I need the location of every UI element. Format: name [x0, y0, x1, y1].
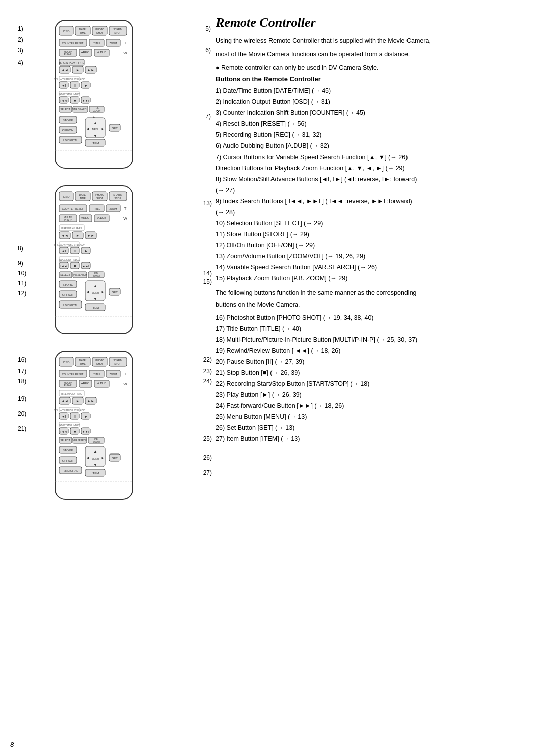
button-item-10: (→ 27): [216, 185, 532, 195]
button-item-16: 13) Zoom/Volume Button [ZOOM/VOL] (→ 19,…: [216, 251, 532, 261]
svg-text:■: ■: [74, 99, 76, 102]
svg-text:►►I: ►►I: [82, 99, 89, 102]
svg-text:■: ■: [74, 430, 76, 433]
svg-text:COUNTER RESET: COUNTER RESET: [62, 207, 84, 210]
svg-text:ZOOM: ZOOM: [93, 110, 100, 112]
svg-text:INDEX  STOP  INDEX: INDEX STOP INDEX: [59, 424, 80, 427]
svg-text:SET: SET: [112, 127, 118, 130]
svg-text:P-IN-P: P-IN-P: [64, 53, 72, 56]
svg-text:STOP: STOP: [114, 362, 121, 365]
svg-text:●REC: ●REC: [81, 51, 90, 54]
svg-text:SET: SET: [112, 457, 118, 460]
svg-text:INDEX  STOP  INDEX: INDEX STOP INDEX: [59, 259, 80, 261]
button-item-7: 7) Cursor Buttons for Variable Speed Sea…: [216, 152, 532, 162]
svg-text:DATE/: DATE/: [79, 359, 87, 362]
bullet-note: ● Remote controller can only be used in …: [216, 63, 532, 73]
svg-text:START/: START/: [113, 193, 122, 196]
svg-text:P.B.DIGITAL: P.B.DIGITAL: [63, 304, 78, 307]
button-item-9: 8) Slow Motion/Still Advance Buttons [◄I…: [216, 174, 532, 184]
svg-text:I►: I►: [84, 415, 88, 418]
button-item-5: 5) Recording Button [REC] (→ 31, 32): [216, 130, 532, 140]
svg-text:OSD: OSD: [63, 195, 70, 198]
svg-text:B.REW  PLAY  FF/RE: B.REW PLAY FF/RE: [61, 227, 82, 230]
button-item2-10: 25) Menu Button [MENU] (→ 13): [216, 412, 532, 422]
svg-text:◄I: ◄I: [62, 415, 66, 418]
label-17: 17): [18, 368, 26, 375]
svg-text:OFF/ON: OFF/ON: [62, 459, 74, 462]
svg-text:SET: SET: [112, 291, 118, 294]
svg-text:SHOT: SHOT: [96, 31, 103, 34]
svg-text:▼: ▼: [93, 297, 97, 301]
svg-text:▲: ▲: [93, 121, 97, 125]
label-8: 8): [18, 245, 23, 252]
svg-text:►: ►: [101, 127, 105, 131]
page-title: Remote Controller: [216, 15, 532, 30]
label-11: 11): [18, 280, 26, 287]
label-20: 20): [18, 410, 26, 417]
intro-line-2: most of the Movie Camera functions can b…: [216, 50, 532, 59]
svg-text:ZOOM: ZOOM: [110, 207, 117, 210]
label-1: 1): [18, 25, 23, 32]
svg-text:START/: START/: [113, 28, 122, 31]
svg-text:B.REW  PLAY  FF/RE: B.REW PLAY FF/RE: [61, 393, 82, 395]
label-19: 19): [18, 395, 26, 402]
svg-text:DATE/: DATE/: [79, 193, 87, 196]
svg-text:COUNTER RESET: COUNTER RESET: [62, 373, 84, 376]
svg-text:P.B.: P.B.: [94, 272, 98, 275]
svg-text:▼: ▼: [93, 134, 97, 138]
svg-text:STILL ADV  PAUSE  STILL ADV: STILL ADV PAUSE STILL ADV: [54, 409, 85, 412]
svg-text:◄I: ◄I: [62, 84, 66, 87]
svg-text:STORE: STORE: [63, 283, 73, 286]
remote-diagram-1: OSD DATE/ TIME PHOTO SHOT START/ STOP: [40, 15, 201, 176]
button-item-14: 11) Store Button [STORE] (→ 29): [216, 229, 532, 239]
svg-text:►►: ►►: [87, 68, 94, 72]
svg-text:◄I: ◄I: [62, 249, 66, 253]
svg-text:I►: I►: [84, 84, 88, 87]
label-16: 16): [18, 356, 26, 363]
label-9: 9): [18, 260, 23, 267]
svg-text:STOP: STOP: [114, 31, 121, 34]
svg-text:STILL ADV  PAUSE  STILL ADV: STILL ADV PAUSE STILL ADV: [54, 244, 85, 246]
svg-text:ITEM: ITEM: [92, 306, 99, 309]
button-item-6: 6) Audio Dubbing Button [A.DUB] (→ 32): [216, 141, 532, 151]
svg-text:VAR.SEARCH: VAR.SEARCH: [73, 439, 87, 442]
svg-text:I◄◄: I◄◄: [60, 430, 67, 433]
svg-text:◄◄: ◄◄: [61, 68, 68, 72]
remote-diagram-2: OSD DATE/ TIME PHOTO SHOT START/ STOP CO…: [40, 181, 201, 341]
button-item-17: 14) Variable Speed Search Button [VAR.SE…: [216, 262, 532, 272]
svg-text:OSD: OSD: [63, 30, 70, 33]
svg-text:►►I: ►►I: [82, 265, 89, 268]
button-item2-11: 26) Set Button [SET] (→ 13): [216, 423, 532, 433]
svg-text:ZOOM: ZOOM: [110, 373, 117, 376]
svg-text:ZOOM: ZOOM: [93, 441, 100, 443]
svg-text:P.B.: P.B.: [94, 438, 98, 440]
svg-text:II: II: [74, 415, 76, 418]
svg-text:II: II: [74, 84, 76, 87]
svg-text:II: II: [74, 249, 76, 253]
remote-diagram-3: OSD DATE/ TIME PHOTO SHOT START/ STOP CO…: [40, 346, 201, 507]
label-3: 3): [18, 47, 23, 54]
button-item-1: 1) Date/Time Button [DATE/TIME] (→ 45): [216, 86, 532, 96]
svg-text:T: T: [124, 206, 127, 211]
svg-text:I◄◄: I◄◄: [60, 99, 67, 102]
svg-text:◄◄: ◄◄: [61, 399, 68, 403]
label-4: 4): [18, 59, 23, 66]
buttons-section-header: Buttons on the Remote Controller: [216, 75, 532, 83]
svg-text:STORE: STORE: [63, 449, 73, 452]
button-item2-1: 16) Photoshot Button [PHOTO SHOT] (→ 19,…: [216, 313, 532, 323]
svg-text:TIME: TIME: [80, 31, 86, 34]
svg-text:PHOTO: PHOTO: [95, 193, 104, 196]
svg-text:DATE/: DATE/: [79, 28, 87, 31]
button-item-4: 4) Reset Button [RESET] (→ 56): [216, 119, 532, 129]
svg-text:TITLE: TITLE: [93, 207, 100, 210]
button-item2-3: 18) Multi-Picture/Picture-in-Picture But…: [216, 335, 532, 345]
svg-text:A.DUB: A.DUB: [97, 51, 106, 54]
svg-text:COUNTER RESET: COUNTER RESET: [62, 42, 84, 45]
divider-line-2: buttons on the Movie Camera.: [216, 300, 532, 310]
svg-text:W: W: [123, 382, 127, 386]
svg-text:STOP: STOP: [114, 197, 121, 200]
svg-text:TITLE: TITLE: [93, 373, 100, 376]
label-12: 12): [18, 290, 26, 297]
button-item2-4: 19) Rewind/Review Button [ ◄◄] (→ 18, 26…: [216, 346, 532, 356]
right-column: Remote Controller Using the wireless Rem…: [201, 10, 532, 746]
